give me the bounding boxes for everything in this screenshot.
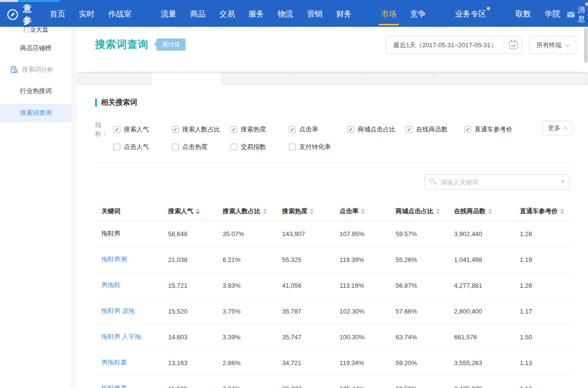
nav-item-service[interactable]: 服务: [248, 9, 264, 19]
checkbox-checked-icon[interactable]: ✓: [347, 126, 354, 133]
nav-item-data-fetch[interactable]: 取数: [515, 9, 531, 19]
filter-mall-click-share[interactable]: ✓ 商城点击占比: [347, 125, 406, 134]
table-row: 拖鞋男 凉拖 15,520 3.75% 35,787 102.30% 57.66…: [95, 298, 573, 324]
checkbox-checked-icon[interactable]: ✓: [172, 126, 179, 133]
column-header-click-rate[interactable]: 点击率: [340, 207, 396, 216]
filters-divider: [95, 163, 573, 163]
keyword-link[interactable]: 拖鞋男 凉拖: [95, 307, 168, 315]
value-cell: 58,648: [168, 230, 223, 238]
tab-2-active[interactable]: [152, 72, 222, 85]
filter-pay-conversion[interactable]: 支付转化率: [289, 143, 347, 151]
keyword-link[interactable]: 拖鞋男 人字拖: [95, 333, 168, 341]
value-cell: 1.28: [520, 282, 573, 289]
value-cell: 143,907: [282, 230, 340, 238]
sidebar-item-search-word-query[interactable]: 搜索词查询: [0, 104, 72, 122]
nav-item-market[interactable]: 市场: [381, 9, 397, 19]
nav-item-logistics[interactable]: 物流: [278, 9, 293, 19]
tab-3[interactable]: [222, 72, 293, 84]
column-header-search-popularity[interactable]: 搜索人气: [168, 207, 223, 216]
column-header-searcher-share[interactable]: 搜索人数占比: [223, 207, 282, 216]
checkbox-unchecked-icon[interactable]: [172, 144, 179, 150]
nav-item-warroom[interactable]: 作战室: [108, 9, 132, 19]
sort-icon[interactable]: [560, 208, 564, 214]
nav-item-messages[interactable]: 消息: [567, 5, 585, 24]
checkbox-unchecked-icon[interactable]: [289, 144, 296, 150]
nav-item-marketing[interactable]: 营销: [307, 9, 322, 19]
filter-search-heat[interactable]: ✓ 搜索热度: [230, 125, 289, 134]
checkbox-checked-icon[interactable]: ✓: [289, 126, 296, 133]
nav-item-trade[interactable]: 交易: [219, 9, 235, 19]
nav-item-business-zone[interactable]: 业务专区: [455, 9, 486, 19]
keyword-link[interactable]: 拖鞋男夏: [95, 384, 168, 388]
nav-item-finance[interactable]: 财务: [336, 9, 352, 19]
terminal-select[interactable]: 所有终端: [529, 36, 576, 54]
keyword-link[interactable]: 男拖鞋: [95, 281, 168, 290]
keyword-link[interactable]: 拖鞋男潮: [95, 255, 168, 264]
value-cell: 1.13: [520, 359, 573, 367]
table-row: 拖鞋男潮 21,038 6.21% 55,325 119.39% 55.26% …: [95, 247, 573, 273]
filter-trade-index[interactable]: 交易指数: [230, 143, 289, 151]
brand-logo[interactable]: 生意参谋: [7, 0, 32, 38]
sort-icon[interactable]: [488, 208, 492, 214]
value-cell: 3,555,263: [454, 359, 520, 367]
value-cell: 6.21%: [223, 256, 282, 263]
tab-5[interactable]: [363, 72, 434, 84]
value-cell: 119.34%: [340, 359, 396, 367]
app-window: 生意参谋 首页 实时 作战室 流量 商品 交易 服务 物流 营销 财务 市场 竞…: [0, 0, 588, 388]
tab-1[interactable]: [78, 72, 152, 84]
nav-item-competition[interactable]: 竞争: [410, 9, 426, 19]
keyword-search: ×: [424, 174, 569, 190]
sort-icon[interactable]: [263, 208, 267, 214]
column-header-ztc-price[interactable]: 直通车参考价: [520, 207, 573, 216]
table-row: 拖鞋男 58,648 35.07% 143,907 107.85% 59.57%…: [95, 221, 573, 247]
filter-click-popularity[interactable]: 点击人气: [114, 143, 172, 151]
sort-icon[interactable]: [310, 208, 314, 214]
checkbox-checked-icon[interactable]: ✓: [406, 126, 413, 133]
nav-item-academy[interactable]: 学院: [545, 9, 560, 19]
value-cell: 3,902,440: [454, 230, 520, 238]
checkbox-unchecked-icon[interactable]: [114, 144, 120, 150]
checkbox-checked-icon[interactable]: ✓: [464, 126, 471, 133]
nav-item-home[interactable]: 首页: [50, 9, 65, 19]
keyword-link[interactable]: 男拖鞋夏: [95, 358, 168, 367]
sidebar-item-product-shop-rank[interactable]: 商品店铺榜: [0, 37, 72, 59]
brand-name: 生意参谋: [23, 0, 32, 38]
filter-searcher-share[interactable]: ✓ 搜索人数占比: [172, 125, 230, 134]
page-scrollbar-thumb[interactable]: [584, 28, 588, 63]
compass-icon: [7, 9, 19, 20]
nav-item-traffic[interactable]: 流量: [161, 9, 176, 19]
more-button[interactable]: 更多: [542, 121, 572, 135]
filter-search-popularity[interactable]: ✓ 搜索人气: [114, 125, 172, 134]
nav-item-product[interactable]: 商品: [190, 9, 206, 19]
tab-6[interactable]: [434, 72, 588, 84]
sidebar-scrollbar[interactable]: [72, 27, 76, 388]
notification-dot: [585, 2, 588, 6]
page-title: 搜索词查询: [95, 37, 149, 51]
date-range-picker[interactable]: 最近1天（2017-05-31~2017-05-31） 15: [386, 36, 522, 54]
filter-online-products[interactable]: ✓ 在线商品数: [406, 125, 464, 134]
sidebar-group-search-analysis: 搜索词分析: [0, 59, 72, 80]
filter-click-heat[interactable]: 点击热度: [172, 143, 230, 151]
sort-icon[interactable]: [436, 208, 440, 214]
checkbox-unchecked-icon[interactable]: [230, 144, 237, 150]
nav-item-realtime[interactable]: 实时: [79, 9, 95, 19]
filter-ztc-reference-price[interactable]: ✓ 直通车参考价: [464, 125, 523, 134]
value-cell: 15,721: [168, 282, 223, 289]
chevron-up-icon: [563, 127, 568, 131]
clear-icon[interactable]: ×: [561, 178, 565, 185]
sort-icon[interactable]: [361, 208, 365, 214]
value-cell: 3,485,070: [454, 385, 520, 388]
sidebar-item-industry-hot-words[interactable]: 行业热搜词: [0, 80, 72, 102]
checkbox-checked-icon[interactable]: ✓: [230, 126, 237, 133]
sort-icon[interactable]: [196, 208, 200, 214]
browser-strip-blue: [18, 0, 59, 2]
column-header-search-heat[interactable]: 搜索热度: [282, 207, 340, 216]
tab-4[interactable]: [293, 72, 363, 84]
filter-click-rate[interactable]: ✓ 点击率: [289, 125, 347, 134]
table-row: 拖鞋男夏 11,629 2.34% 28,737 105.44% 60.50% …: [95, 376, 573, 388]
value-cell: 55,325: [282, 256, 340, 263]
column-header-mall-click-share[interactable]: 商城点击占比: [396, 207, 454, 216]
keyword-search-input[interactable]: [424, 174, 569, 190]
checkbox-checked-icon[interactable]: ✓: [114, 126, 120, 133]
column-header-online-products[interactable]: 在线商品数: [454, 207, 520, 216]
